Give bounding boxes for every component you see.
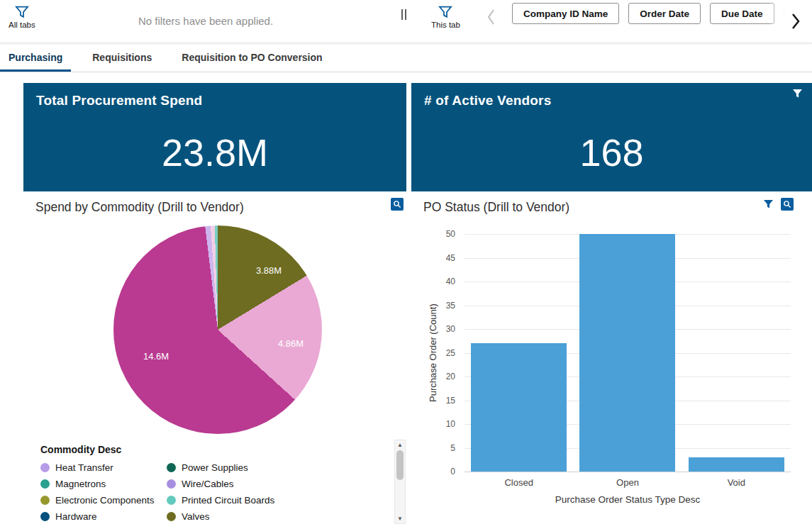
y-tick-label: 25 xyxy=(446,348,455,358)
tab-label: Purchasing xyxy=(9,52,62,63)
legend-item[interactable]: Wire/Cables xyxy=(167,479,293,489)
drill-through-icon[interactable] xyxy=(391,198,404,211)
legend-item[interactable]: Printed Circuit Boards xyxy=(167,495,293,506)
commodity-legend-items: Heat TransferMagnetronsElectronic Compon… xyxy=(40,459,293,524)
panel-header: Spend by Commodity (Drill to Vendor) xyxy=(23,191,406,223)
legend-label: Power Supplies xyxy=(182,462,248,473)
legend-title: Commodity Desc xyxy=(40,444,121,455)
scroll-filters-left-button[interactable] xyxy=(486,8,496,29)
legend-scrollbar[interactable]: ▲ ▼ xyxy=(394,440,406,524)
dashboard-page: All tabs No filters have been applied. T… xyxy=(0,0,812,524)
this-tab-filter-button[interactable]: This tab xyxy=(431,5,460,29)
x-tick-label: Open xyxy=(573,477,682,488)
y-tick-label: 45 xyxy=(446,253,455,263)
y-tick-label: 0 xyxy=(450,467,455,476)
bar-closed[interactable] xyxy=(471,343,567,472)
magnifier-icon xyxy=(393,200,401,208)
bar-plot xyxy=(465,234,791,472)
scrollbar-up-icon[interactable]: ▲ xyxy=(395,442,405,448)
tab-label: Requisition to PO Conversion xyxy=(182,52,322,63)
legend-item[interactable]: Magnetrons xyxy=(40,479,167,489)
spend-by-commodity-panel: Spend by Commodity (Drill to Vendor) 14.… xyxy=(23,191,406,524)
scroll-filters-right-button[interactable] xyxy=(768,0,812,43)
filter-funnel-icon xyxy=(14,5,30,19)
tab-requisitions[interactable]: Requisitions xyxy=(84,43,160,72)
local-filter-funnel-icon[interactable] xyxy=(762,199,774,210)
y-axis-ticks: 05101520253035404550 xyxy=(440,234,458,472)
tab-purchasing[interactable]: Purchasing xyxy=(0,43,71,72)
kpi-value: 168 xyxy=(411,116,812,189)
y-tick-label: 40 xyxy=(446,277,455,286)
kpi-filter-funnel-icon[interactable] xyxy=(791,88,803,99)
scrollbar-down-icon[interactable]: ▼ xyxy=(395,515,405,522)
all-tabs-label: All tabs xyxy=(9,21,35,29)
legend-label: Printed Circuit Boards xyxy=(182,495,274,506)
po-status-panel: PO Status (Drill to Vendor) Purchase Ord… xyxy=(411,191,812,524)
legend-item[interactable]: Valves xyxy=(167,511,293,522)
legend-swatch-icon xyxy=(167,463,176,472)
filter-funnel-icon xyxy=(438,5,453,19)
legend-label: Hardware xyxy=(55,511,97,522)
kpi-total-procurement-spend[interactable]: Total Procurement Spend 23.8M xyxy=(23,83,406,191)
pie-panel-title: Spend by Commodity (Drill to Vendor) xyxy=(23,200,244,215)
legend-label: Heat Transfer xyxy=(55,462,113,473)
x-axis-labels: ClosedOpenVoid xyxy=(465,477,791,488)
dashboard-tabs: Purchasing Requisitions Requisition to P… xyxy=(0,43,812,72)
tab-requisition-to-po-conversion[interactable]: Requisition to PO Conversion xyxy=(173,43,330,72)
legend-swatch-icon xyxy=(167,479,176,489)
scrollbar-thumb[interactable] xyxy=(396,450,404,480)
y-tick-label: 30 xyxy=(446,324,455,334)
pie-slice-label: 14.6M xyxy=(135,351,177,362)
legend-label: Magnetrons xyxy=(55,479,106,489)
no-filters-message: No filters have been applied. xyxy=(43,0,369,43)
all-tabs-filter-button[interactable]: All tabs xyxy=(9,5,35,29)
y-tick-label: 20 xyxy=(446,372,455,381)
filter-pill-due-date[interactable]: Due Date xyxy=(710,3,774,24)
filter-pill-company-id-name[interactable]: Company ID Name xyxy=(512,3,619,24)
x-axis-title: Purchase Order Status Type Desc xyxy=(465,494,791,505)
magnifier-icon xyxy=(783,200,791,208)
this-tab-label: This tab xyxy=(431,21,460,29)
kpi-title: Total Procurement Spend xyxy=(23,83,406,108)
bar-panel-title: PO Status (Drill to Vendor) xyxy=(411,200,569,215)
legend-label: Electronic Components xyxy=(55,495,155,506)
tab-label: Requisitions xyxy=(92,52,152,63)
filter-bar: All tabs No filters have been applied. T… xyxy=(0,0,812,43)
pie-chart[interactable]: 14.6M 4.86M 3.88M xyxy=(113,225,322,434)
y-tick-label: 15 xyxy=(446,396,455,406)
y-tick-label: 50 xyxy=(446,229,455,239)
chevron-left-icon xyxy=(486,8,496,26)
legend-swatch-icon xyxy=(40,496,50,505)
x-tick-label: Closed xyxy=(465,477,573,488)
pie-slice-label: 4.86M xyxy=(269,338,312,349)
panel-header: PO Status (Drill to Vendor) xyxy=(411,191,812,223)
legend-swatch-icon xyxy=(167,512,176,521)
bar-open[interactable] xyxy=(579,234,675,472)
filter-pills: Company ID Name Order Date Due Date V xyxy=(512,0,812,43)
legend-item[interactable]: Electronic Components xyxy=(40,495,167,506)
y-tick-label: 10 xyxy=(446,419,455,429)
legend-item[interactable]: Power Supplies xyxy=(167,462,293,473)
legend-item[interactable]: Heat Transfer xyxy=(40,462,167,473)
splitter-handle[interactable] xyxy=(401,9,406,20)
legend-swatch-icon xyxy=(167,496,176,505)
y-tick-label: 5 xyxy=(450,443,455,453)
kpi-active-vendors[interactable]: # of Active Vendors 168 xyxy=(411,83,812,191)
filter-pill-order-date[interactable]: Order Date xyxy=(628,3,701,24)
y-axis-title: Purchase Order (Count) xyxy=(427,234,438,472)
chevron-right-icon xyxy=(790,12,801,30)
legend-label: Valves xyxy=(182,511,210,522)
kpi-value: 23.8M xyxy=(23,116,406,189)
legend-item[interactable]: Hardware xyxy=(40,511,167,522)
legend-swatch-icon xyxy=(40,463,50,472)
drill-through-icon[interactable] xyxy=(781,198,794,211)
legend-label: Wire/Cables xyxy=(182,479,234,489)
x-tick-label: Void xyxy=(682,477,791,488)
bar-void[interactable] xyxy=(689,457,784,472)
legend-swatch-icon xyxy=(40,479,50,489)
pie-slice-label: 3.88M xyxy=(248,265,290,276)
kpi-title: # of Active Vendors xyxy=(411,83,812,108)
y-tick-label: 35 xyxy=(446,301,455,311)
legend-swatch-icon xyxy=(40,512,50,521)
